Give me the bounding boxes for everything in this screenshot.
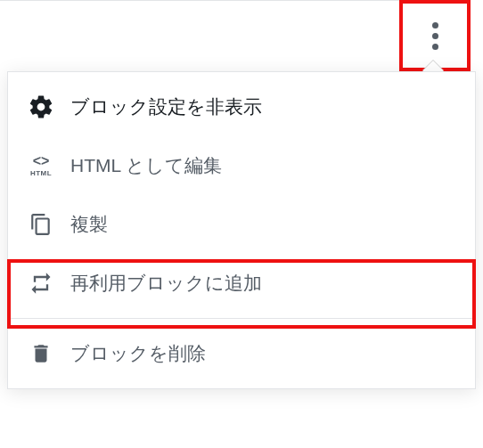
menu-pointer	[422, 61, 444, 71]
menu-item-remove-block[interactable]: ブロックを削除	[8, 324, 475, 383]
menu-item-label: ブロック設定を非表示	[70, 94, 262, 119]
menu-item-label: 再利用ブロックに追加	[70, 271, 262, 296]
menu-item-duplicate[interactable]: 複製	[8, 195, 475, 254]
menu-item-label: ブロックを削除	[70, 341, 206, 366]
menu-item-hide-block-settings[interactable]: ブロック設定を非表示	[8, 77, 475, 136]
more-options-button[interactable]	[408, 9, 462, 62]
menu-item-edit-as-html[interactable]: <> HTML HTML として編集	[8, 136, 475, 195]
menu-item-label: HTML として編集	[70, 153, 222, 178]
trash-icon	[28, 340, 54, 367]
menu-item-label: 複製	[70, 212, 108, 237]
html-icon: <> HTML	[28, 152, 54, 179]
duplicate-icon	[28, 211, 54, 238]
gear-icon	[28, 94, 54, 120]
reusable-icon	[28, 270, 54, 297]
menu-item-add-to-reusable[interactable]: 再利用ブロックに追加	[8, 254, 475, 313]
block-options-menu: ブロック設定を非表示 <> HTML HTML として編集 複製 再利用ブロック…	[7, 71, 476, 389]
menu-separator	[8, 318, 475, 319]
